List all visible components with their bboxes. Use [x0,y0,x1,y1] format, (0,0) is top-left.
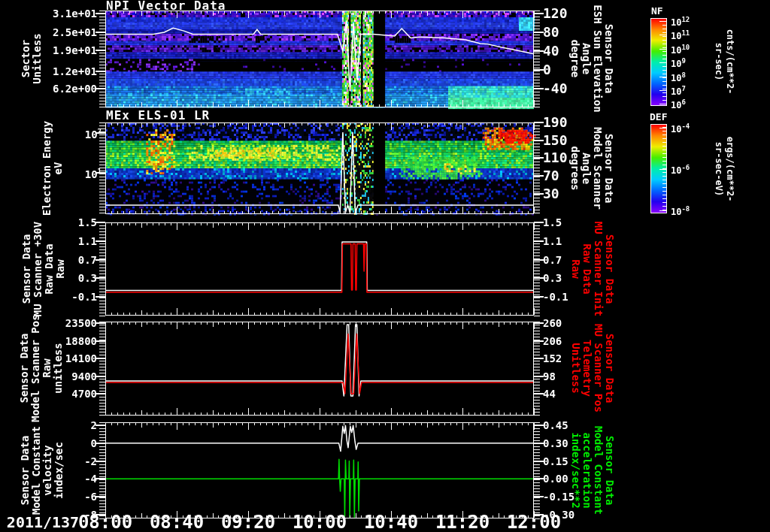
y-tick-label-left: 6.2e+00 [53,83,97,94]
colorbar-tick-label: 10-6 [671,163,690,175]
colorbar-def-title: DEF [650,112,667,122]
y-tick-label-left: -0.1 [71,292,97,302]
y-tick-label-left: 1.2e+01 [53,66,97,77]
y-tick-label-left: 1.5 [78,217,97,228]
y-tick-label-left: 0.7 [78,255,97,265]
colorbar-tick-label: 10-8 [671,204,690,216]
y-tick-label-left: 4700 [71,388,97,399]
panel-npi-right-axis-label: Sensor Data ESH Sun Elevation Angle degr… [569,5,614,112]
y-tick-label-left: 2.5e+01 [53,27,97,38]
y-tick-label-right: 190 [543,116,568,129]
y-tick-label-right: -40 [543,82,568,95]
panel-mu30v-left-axis-label: Sensor Data MU Scanner +30V Raw Data Raw [21,222,66,316]
y-tick-label-right: 70 [543,169,559,183]
y-tick-label-left: -2 [84,456,97,467]
colorbar-nf-title: NF [651,6,663,16]
colorbar-tick-label: 10-4 [671,122,690,134]
panel-els-right-axis-label: Sensor Data Model Scanner Angle degrees [569,127,614,210]
panel-mu-init-right-axis-label: Sensor Data MU Scanner Init Raw Data Raw [570,222,615,316]
x-tick-label: 08:40 [150,513,204,531]
colorbar-tick-label: 109 [671,56,686,68]
y-tick-label-left: 3.1e+01 [53,8,97,19]
y-tick-label-left: 101 [85,166,102,180]
x-tick-label: 12:00 [507,513,561,531]
y-tick-label-right: 0.15 [543,456,568,467]
colorbar-tick-label: 106 [671,98,686,110]
science-plot-screen: NPI Vector Data MEx ELS-01 LR Sector Uni… [0,0,770,532]
y-tick-label-right: 0.3 [543,273,562,283]
y-tick-label-right: 260 [543,318,562,328]
y-tick-label-left: 18800 [65,336,97,346]
date-label: 2011/137 [7,513,79,531]
y-tick-label-right: 150 [543,134,568,147]
y-tick-label-right: 0.00 [543,473,568,484]
panel-npi-left-axis-label: Sector Unitless [20,33,43,83]
y-tick-label-left: 102 [85,126,102,140]
y-tick-label-right: 40 [543,44,559,58]
y-tick-label-right: 0.45 [543,420,568,431]
y-tick-label-left: 1.1 [78,236,97,246]
y-tick-label-left: 1.9e+01 [53,45,97,56]
y-tick-label-right: 80 [543,26,559,39]
colorbar-tick-label: 1010 [671,43,690,55]
y-tick-label-right: -0.15 [543,491,574,502]
panel-velocity-left-axis-label: Sensor Data Model Constant velocity inde… [20,426,65,515]
y-tick-label-right: 206 [543,336,562,346]
y-tick-label-right: 0 [543,63,551,77]
y-tick-label-left: -6 [84,491,97,502]
x-tick-label: 11:20 [435,513,490,531]
colorbar-def-units: ergs/(cm**2-sr-sec-eV) [713,137,735,202]
panel-els-left-axis-label: Electron Energy eV [41,121,64,216]
panel-els-title: MEx ELS-01 LR [106,110,210,122]
colorbar-tick-label: 1011 [671,29,690,41]
y-tick-label-right: 120 [543,7,568,20]
panel-telemetry-right-axis-label: Sensor Data MU Scanner Pos Telemetry Uni… [570,324,615,413]
y-tick-label-right: 0.30 [543,438,568,449]
y-tick-label-left: 0 [91,438,97,449]
x-tick-label: 10:40 [364,513,418,531]
colorbar-tick-label: 1012 [671,15,690,27]
y-tick-label-right: 44 [543,388,556,399]
y-tick-label-left: 2 [91,420,97,431]
y-tick-label-right: -0.1 [543,292,568,302]
x-tick-label: 09:20 [221,513,275,531]
y-tick-label-left: -4 [84,473,97,484]
y-tick-label-left: 23500 [65,318,97,328]
panel-acceleration-right-axis-label: Sensor Data Model Constant acceleration … [570,426,615,515]
y-tick-label-left: 14100 [65,353,97,364]
y-tick-label-right: 152 [543,353,562,364]
colorbar-tick-label: 108 [671,71,686,83]
panel-npi-title: NPI Vector Data [106,0,226,12]
y-tick-label-right: 110 [543,151,568,165]
y-tick-label-left: 9400 [71,371,97,382]
y-tick-label-left: 0.3 [78,273,97,283]
y-tick-label-right: 98 [543,371,556,382]
colorbar-tick-label: 107 [671,84,686,96]
x-tick-label: 08:00 [78,513,132,531]
x-tick-label: 10:00 [293,513,347,531]
panel-scanner-pos-left-axis-label: Sensor Data Model Scanner Pos Raw unitle… [19,314,64,422]
y-tick-label-right: 30 [543,187,559,201]
y-tick-label-right: 1.1 [543,236,562,246]
plots-canvas [0,0,770,532]
y-tick-label-right: 1.5 [543,217,562,228]
y-tick-label-right: 0.7 [543,255,562,265]
colorbar-nf-units: cnts/(cm**2-sr-sec) [713,29,735,95]
